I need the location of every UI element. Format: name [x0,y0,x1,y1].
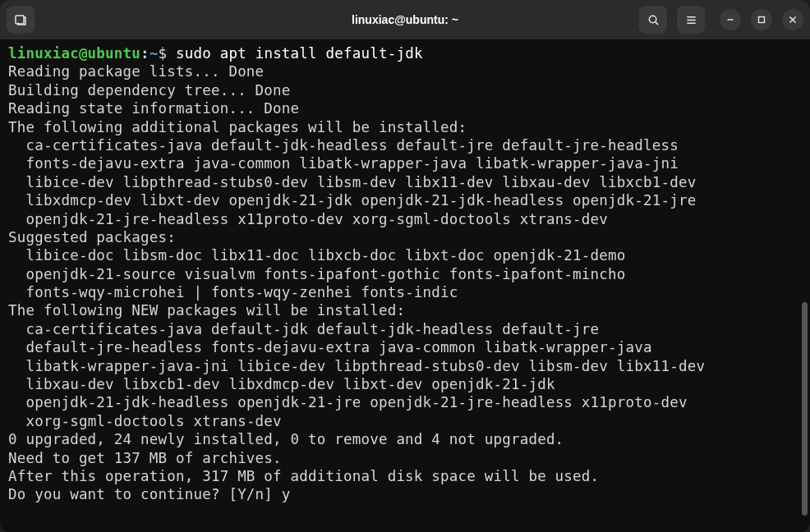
prompt-path: ~ [150,45,159,62]
hamburger-menu-icon [685,14,697,26]
output-line: xorg-sgml-doctools xtrans-dev [8,412,802,430]
maximize-button[interactable] [751,9,772,30]
output-line: openjdk-21-jdk-headless openjdk-21-jre o… [8,393,802,411]
output-line: ca-certificates-java default-jdk default… [8,320,802,338]
new-tab-button[interactable] [7,6,35,34]
output-line: libice-dev libpthread-stubs0-dev libsm-d… [8,173,802,191]
titlebar-left [7,6,35,34]
output-line: The following additional packages will b… [8,118,802,136]
scrollbar-thumb[interactable] [802,302,808,516]
menu-button[interactable] [677,6,705,34]
prompt-line: linuxiac@ubuntu:~$ sudo apt install defa… [8,44,802,62]
terminal-window: linuxiac@ubuntu: ~ [0,0,810,532]
output-line: Building dependency tree... Done [8,81,802,99]
search-button[interactable] [639,6,667,34]
window-title: linuxiac@ubuntu: ~ [352,13,458,26]
output-line: Do you want to continue? [Y/n] y [8,485,802,503]
svg-rect-7 [759,17,765,23]
output-line: 0 upgraded, 24 newly installed, 0 to rem… [8,430,802,448]
minimize-icon [726,16,734,24]
output-line: libice-doc libsm-doc libx11-doc libxcb-d… [8,246,802,264]
svg-rect-0 [16,16,24,24]
prompt-sep: : [140,45,150,62]
output-line: Reading state information... Done [8,99,802,117]
output-line: After this operation, 317 MB of addition… [8,467,802,485]
output-line: ca-certificates-java default-jdk-headles… [8,136,802,154]
new-tab-icon [14,13,27,26]
svg-line-2 [655,21,657,24]
svg-point-1 [649,16,656,22]
output-line: Suggested packages: [8,228,802,246]
output-line: fonts-wqy-microhei | fonts-wqy-zenhei fo… [8,283,802,301]
maximize-icon [757,16,766,24]
command-text: sudo apt install default-jdk [176,45,423,62]
output-line: libxdmcp-dev libxt-dev openjdk-21-jdk op… [8,191,802,209]
prompt-symbol: $ [159,45,176,62]
output-line: openjdk-21-jre-headless x11proto-dev xor… [8,210,802,228]
output-line: fonts-dejavu-extra java-common libatk-wr… [8,154,802,172]
output-line: libatk-wrapper-java-jni libice-dev libpt… [8,357,802,375]
output-line: openjdk-21-source visualvm fonts-ipafont… [8,265,802,283]
minimize-button[interactable] [720,9,741,30]
close-icon [789,16,797,24]
output-line: Reading package lists... Done [8,62,802,80]
titlebar: linuxiac@ubuntu: ~ [0,0,810,39]
window-controls [720,9,803,30]
prompt-user: linuxiac@ubuntu [8,45,140,62]
output-line: Need to get 137 MB of archives. [8,449,802,467]
terminal-content[interactable]: linuxiac@ubuntu:~$ sudo apt install defa… [0,39,810,532]
close-button[interactable] [782,9,803,30]
search-icon [647,14,660,26]
output-line: The following NEW packages will be insta… [8,301,802,319]
titlebar-right [639,6,803,34]
output-line: default-jre-headless fonts-dejavu-extra … [8,338,802,356]
output-line: libxau-dev libxcb1-dev libxdmcp-dev libx… [8,375,802,393]
